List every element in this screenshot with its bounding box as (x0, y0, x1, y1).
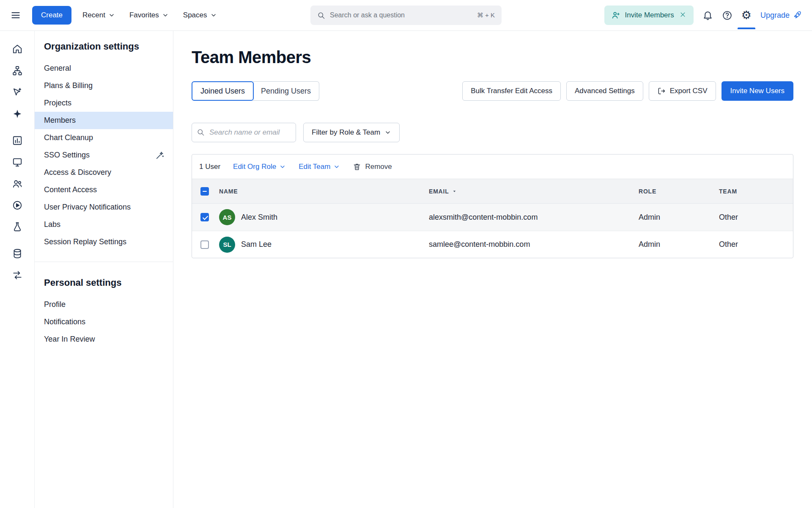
edit-org-role-button[interactable]: Edit Org Role (233, 163, 286, 171)
upgrade-label: Upgrade (760, 11, 790, 20)
rail-experiment-button[interactable] (12, 87, 23, 98)
sitemap-icon (12, 65, 23, 76)
upgrade-button[interactable]: Upgrade (760, 11, 802, 20)
member-search-input[interactable] (192, 123, 296, 142)
rail-data-sync-button[interactable] (12, 270, 23, 281)
gear-icon: ⚙ (741, 10, 752, 21)
sidebar-item-labs[interactable]: Labs (35, 216, 173, 233)
avatar: SL (219, 237, 235, 253)
chevron-down-icon (333, 163, 340, 170)
export-csv-button[interactable]: Export CSV (649, 81, 716, 101)
selection-bar: 1 User Edit Org Role Edit Team Remove (192, 155, 793, 179)
database-icon (12, 248, 23, 259)
top-nav-menus: Recent Favorites Spaces (82, 11, 217, 19)
row-checkbox[interactable] (200, 240, 209, 249)
rail-dashboards-button[interactable] (12, 157, 23, 168)
sidebar-item-general[interactable]: General (35, 60, 173, 77)
nav-recent[interactable]: Recent (82, 11, 115, 19)
member-name: Sam Lee (241, 240, 272, 249)
sidebar-item-year-in-review[interactable]: Year In Review (35, 331, 173, 348)
help-button[interactable] (722, 10, 732, 21)
ai-sparkle-icon (12, 108, 23, 119)
sidebar-item-sso-settings[interactable]: SSO Settings (35, 146, 173, 164)
sidebar-item-notifications[interactable]: Notifications (35, 313, 173, 331)
topbar-right-cluster: Invite Members ⚙ Upgrade (604, 6, 802, 25)
sidebar-item-session-replay-settings[interactable]: Session Replay Settings (35, 233, 173, 251)
nav-favorites[interactable]: Favorites (129, 11, 169, 19)
monitor-icon (12, 157, 23, 168)
bulk-transfer-button[interactable]: Bulk Transfer Edit Access (462, 81, 561, 101)
column-header-role[interactable]: ROLE (639, 188, 719, 195)
search-icon (317, 11, 325, 19)
nav-spaces-label: Spaces (183, 11, 207, 19)
person-plus-icon (611, 11, 620, 20)
sidebar-item-user-privacy-notifications[interactable]: User Privacy Notifications (35, 199, 173, 216)
create-button[interactable]: Create (32, 6, 71, 25)
member-name: Alex Smith (241, 213, 277, 222)
global-search-input[interactable] (330, 11, 472, 19)
hamburger-menu-button[interactable] (10, 10, 21, 21)
advanced-settings-button[interactable]: Advanced Settings (566, 81, 643, 101)
sidebar-divider (35, 262, 173, 262)
chevron-down-icon (108, 12, 115, 19)
rail-charts-button[interactable] (12, 135, 23, 146)
column-header-name[interactable]: NAME (219, 188, 429, 195)
sidebar-item-plans-billing[interactable]: Plans & Billing (35, 77, 173, 94)
sidebar-item-projects[interactable]: Projects (35, 94, 173, 112)
filter-row: Filter by Role & Team (192, 123, 793, 142)
sidebar-item-members[interactable]: Members (35, 112, 173, 129)
tab-joined-users[interactable]: Joined Users (192, 81, 254, 101)
tab-pending-users[interactable]: Pending Users (253, 81, 319, 101)
invite-members-banner[interactable]: Invite Members (604, 6, 694, 25)
export-csv-label: Export CSV (670, 87, 708, 95)
rail-data-button[interactable] (12, 248, 23, 259)
trash-icon (353, 163, 361, 171)
play-circle-icon (12, 200, 23, 211)
bell-icon (702, 10, 713, 21)
rail-sitemap-button[interactable] (12, 65, 23, 76)
rail-audiences-button[interactable] (12, 178, 23, 189)
search-icon (197, 128, 205, 136)
nav-recent-label: Recent (82, 11, 105, 19)
notifications-button[interactable] (702, 10, 713, 21)
users-icon (12, 178, 23, 189)
sidebar-item-profile[interactable]: Profile (35, 296, 173, 313)
search-shortcut-hint: ⌘ + K (477, 11, 495, 19)
global-search[interactable]: ⌘ + K (310, 6, 502, 25)
sidebar-item-content-access[interactable]: Content Access (35, 181, 173, 199)
hamburger-menu-icon (10, 10, 21, 21)
column-header-team[interactable]: TEAM (719, 188, 793, 195)
rail-ai-button[interactable] (12, 108, 23, 119)
row-checkbox[interactable] (200, 213, 209, 221)
rail-home-button[interactable] (12, 44, 23, 55)
remove-button[interactable]: Remove (353, 163, 392, 171)
nav-spaces[interactable]: Spaces (183, 11, 217, 19)
settings-active-indicator (738, 28, 755, 29)
sidebar-item-access-discovery[interactable]: Access & Discovery (35, 164, 173, 181)
cursor-experiment-icon (12, 87, 23, 98)
rail-labs-button[interactable] (12, 221, 23, 232)
filter-role-team-button[interactable]: Filter by Role & Team (303, 123, 400, 142)
org-settings-heading: Organization settings (35, 41, 173, 52)
edit-team-button[interactable]: Edit Team (299, 163, 340, 171)
column-header-email[interactable]: EMAIL (429, 188, 639, 195)
rocket-icon (793, 11, 802, 20)
settings-button[interactable]: ⚙ (741, 10, 752, 21)
table-row[interactable]: AS Alex Smith alexsmith@content-mobbin.c… (192, 204, 793, 231)
chevron-down-icon (210, 12, 217, 19)
user-tabs: Joined Users Pending Users (192, 81, 319, 101)
member-team: Other (719, 240, 793, 249)
select-all-checkbox[interactable] (200, 187, 209, 196)
sidebar-item-chart-cleanup[interactable]: Chart Cleanup (35, 129, 173, 146)
invite-new-users-button[interactable]: Invite New Users (721, 81, 793, 101)
dismiss-invite-button[interactable] (679, 11, 687, 20)
home-icon (12, 44, 23, 55)
member-search[interactable] (192, 123, 296, 142)
left-icon-rail (0, 31, 35, 508)
bar-chart-icon (12, 135, 23, 146)
table-row[interactable]: SL Sam Lee samlee@content-mobbin.com Adm… (192, 231, 793, 258)
settings-sidebar: Organization settings General Plans & Bi… (35, 31, 173, 508)
rail-session-replay-button[interactable] (12, 200, 23, 211)
member-team: Other (719, 213, 793, 222)
help-icon (722, 10, 732, 21)
